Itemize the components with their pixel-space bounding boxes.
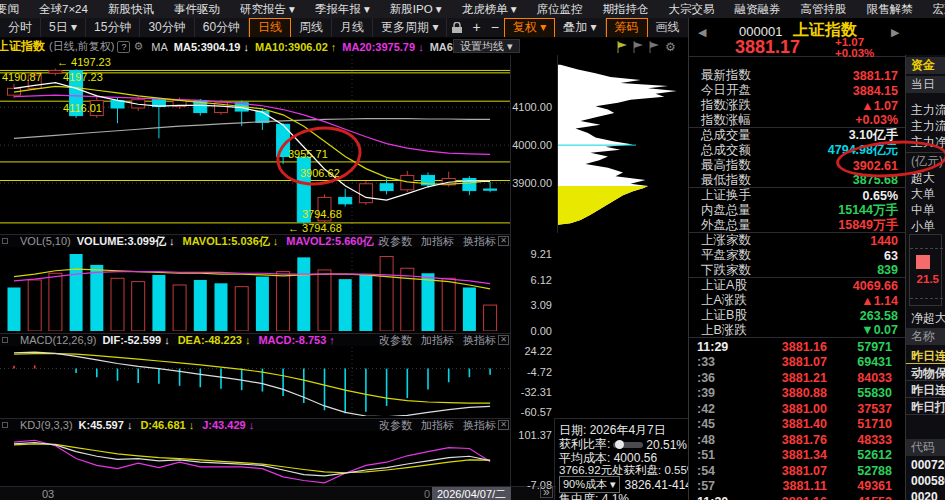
svg-text:4197.23: 4197.23 [63,71,103,83]
flag-yellow-icon[interactable] [617,41,628,53]
flag-gray2-icon[interactable] [649,41,660,53]
hot-code-row[interactable]: 0020 [906,490,945,500]
chip-date-value: 2026年4月7日 [590,423,666,437]
quote-row: 上证换手0.65% [689,188,906,203]
flag-gray-icon[interactable] [633,41,644,53]
fund-flow-row: 主力流出 [906,118,945,135]
name-header: 名称 [906,328,945,345]
tool-button[interactable]: 筹码 [606,18,648,38]
close-icon[interactable]: ✕ [498,236,509,246]
hot-code-row[interactable]: 000586 [906,474,945,488]
tool-button[interactable]: 复权 ▾ [504,18,555,38]
quote-row: 上证A股4069.66 [689,278,906,293]
svg-text:4190.87: 4190.87 [2,71,42,83]
fund-bar [916,255,930,269]
menu-item[interactable]: 大宗交易 [659,2,725,17]
indicator-link[interactable]: 换指标 [463,234,496,249]
menu-item[interactable]: 龙虎榜单 ▾ [452,2,527,17]
hot-code-row[interactable]: 000720 [906,458,945,472]
chip-distribution-chart [557,55,689,233]
period-button[interactable]: 30分钟 [140,18,194,38]
period-button[interactable]: 5日 ▾ [41,18,86,38]
volume-chart[interactable] [0,249,510,331]
hot-name-row[interactable]: 昨日打板 [906,399,945,415]
profit-ratio-slider[interactable] [613,442,643,448]
prev-stock-arrow[interactable]: ◀ [698,26,706,39]
zoom-out-button[interactable]: − [486,18,504,38]
last-price: 3881.17 [735,37,800,58]
period-button[interactable]: 月线 [332,18,373,38]
menu-item[interactable]: 限售解禁 [857,2,923,17]
ma-label[interactable]: MA [151,41,168,53]
indicator-link[interactable]: 换指标 [463,333,496,348]
period-button[interactable]: 60分钟 [195,18,249,38]
svg-text:3906.62: 3906.62 [300,167,340,179]
indicator-link[interactable]: 改参数 [379,333,412,348]
collapse-icon[interactable] [2,238,8,244]
svg-text:4116.01: 4116.01 [63,102,102,114]
axis-zero-label: 0 [424,488,430,500]
lock-icon[interactable] [447,18,467,38]
svg-text:3794.68: 3794.68 [302,208,342,220]
menu-item[interactable]: 高管持股 [791,2,857,17]
tab-day[interactable]: 当日 [906,76,945,93]
menu-item[interactable]: 事件驱动 [164,2,230,17]
menu-item[interactable]: 新股IPO ▾ [380,2,452,17]
marker-gear-icon[interactable]: ⚙ [665,40,676,54]
hot-name-row[interactable]: 昨日连板 [906,382,945,398]
menu-item[interactable]: 新股快讯 [98,2,164,17]
menu-item[interactable]: 席位监控 [527,2,593,17]
indicator-link[interactable]: 改参数 [379,418,412,433]
concentration-value: 4.1% [602,492,629,500]
time-axis: 03 0 2026/04/07/二 [0,486,556,500]
axis-tick-label: -32.31 [506,386,552,398]
concentration-label: 集中度: [559,492,598,500]
menu-item[interactable]: 研究报告 ▾ [230,2,305,17]
fund-value: 21.5 [917,273,939,285]
period-button[interactable]: 分时 [0,18,41,38]
period-button[interactable]: 日线 [249,18,291,38]
order-size-row: 中单 [906,202,945,219]
vol-header: VOL(5,10)VOLUME:3.099亿 ↓MAVOL1:5.036亿 ↓M… [0,234,510,247]
expand-more-icon[interactable]: » [540,486,553,498]
menu-item[interactable]: 季报年报 ▾ [305,2,380,17]
menu-item[interactable]: 要闻 [0,2,29,17]
zoom-in-button[interactable]: + [467,18,485,38]
menu-item[interactable]: 宏观数据 ▾ [923,2,945,17]
quote-row: 最低指数3875.68 [689,173,906,188]
indicator-link[interactable]: 换指标 [463,418,496,433]
indicator-link[interactable]: 加指标 [421,234,454,249]
menu-item[interactable]: 期指持仓 [593,2,659,17]
tick-row: 11:303881.1641553 [689,494,906,500]
menu-item[interactable]: 全球7×24 [29,2,98,17]
macd-chart[interactable] [0,347,510,416]
gear-icon[interactable]: ⚙ [133,40,143,53]
order-size-row: 超大 [906,170,945,187]
period-button[interactable]: 更多周期 ▾ [373,18,447,38]
tool-button[interactable]: 叠加 ▾ [555,18,605,38]
kdj-chart[interactable] [0,432,510,486]
indicator-link[interactable]: 改参数 [379,234,412,249]
ma-settings-button[interactable]: 设置均线 ▾ [453,39,520,53]
ma-legend-item: MA5:3904.19 ↓ [174,41,249,53]
ma-legend-item: MA10:3906.02 ↑ [255,41,336,53]
collapse-icon[interactable] [2,422,8,428]
fund-flow-row: 主力流入 [906,102,945,119]
collapse-icon[interactable] [2,337,8,343]
hot-name-row[interactable]: 昨日连板 [906,348,945,364]
main-candlestick-chart[interactable]: ← 4197.234197.234190.874116.013955.71390… [0,55,510,233]
indicator-link[interactable]: 加指标 [421,333,454,348]
marker-toolbar: ⚙ [617,40,676,54]
next-stock-arrow[interactable]: ▶ [891,26,899,39]
hot-name-row[interactable]: 动物保健 [906,365,945,381]
quote-panel: ◀ ▶ 000001 上证指数 3881.17 +1.07 +0.03% 最新指… [688,18,905,500]
indicator-link[interactable]: 加指标 [421,418,454,433]
help-icon[interactable]: ? [117,41,130,53]
period-button[interactable]: 15分钟 [86,18,140,38]
tick-row: :393880.8855830 [689,386,906,401]
tool-button[interactable]: 画线 [648,18,689,38]
indicator-name: KDJ(9,3,3) [20,419,73,431]
menu-item[interactable]: 融资融券 [725,2,791,17]
period-button[interactable]: 周线 [291,18,332,38]
tab-fund[interactable]: 资金 [906,57,945,74]
